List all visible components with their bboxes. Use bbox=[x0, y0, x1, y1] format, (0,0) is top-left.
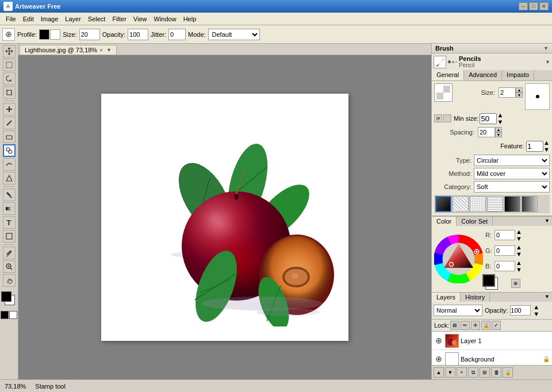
menu-filter[interactable]: Filter bbox=[109, 14, 129, 24]
texture-4[interactable] bbox=[487, 196, 503, 212]
opacity-input[interactable]: 100 bbox=[128, 29, 148, 40]
opacity-up[interactable]: ▲ bbox=[533, 303, 539, 310]
minimize-button[interactable]: ─ bbox=[519, 2, 528, 10]
jitter-input[interactable]: 0 bbox=[168, 29, 186, 40]
tool-vector[interactable] bbox=[3, 230, 16, 243]
b-down[interactable]: ▼ bbox=[516, 266, 522, 273]
tool-smudge[interactable] bbox=[3, 158, 16, 171]
category-select[interactable]: Soft bbox=[474, 181, 550, 193]
texture-6[interactable] bbox=[522, 196, 538, 212]
tool-clone[interactable] bbox=[3, 144, 16, 157]
color-tab-color[interactable]: Color bbox=[432, 217, 457, 226]
min-size-down[interactable]: ▼ bbox=[497, 118, 503, 125]
type-select[interactable]: Circular bbox=[474, 155, 550, 166]
brush-tab-general[interactable]: General bbox=[432, 70, 464, 80]
brush-lock-icon[interactable]: ⟳ bbox=[434, 114, 442, 122]
layer-item-bg[interactable]: Background 🔒 bbox=[432, 350, 552, 365]
menu-edit[interactable]: Edit bbox=[20, 14, 37, 24]
g-up[interactable]: ▲ bbox=[516, 244, 522, 251]
layer-lock-btn[interactable]: 🔒 bbox=[503, 367, 513, 378]
tool-lasso[interactable] bbox=[3, 72, 16, 85]
doc-tab[interactable]: Lighthouse.jpg @ 73,18% × ▼ bbox=[20, 45, 117, 55]
method-select[interactable]: Mild cover bbox=[474, 168, 550, 179]
maximize-button[interactable]: □ bbox=[529, 2, 538, 10]
mode-select[interactable]: Default bbox=[208, 29, 260, 40]
tool-heal[interactable] bbox=[3, 103, 16, 116]
brush-panel-expand[interactable]: ▼ bbox=[543, 45, 549, 51]
feature-down[interactable]: ▼ bbox=[543, 146, 550, 153]
size-down[interactable]: ▼ bbox=[516, 93, 523, 98]
color-panel-expand[interactable]: ▼ bbox=[542, 217, 552, 226]
size-input[interactable]: 20 bbox=[79, 29, 100, 40]
spacing-down[interactable]: ▼ bbox=[495, 132, 502, 137]
r-up[interactable]: ▲ bbox=[516, 228, 522, 235]
lock-check[interactable]: ✓ bbox=[492, 321, 501, 330]
profile-btn-2[interactable] bbox=[50, 29, 60, 40]
color-wheel-area[interactable] bbox=[434, 235, 483, 283]
canvas-scroll[interactable] bbox=[18, 55, 431, 379]
color-tab-colorset[interactable]: Color Set bbox=[457, 217, 493, 226]
texture-5[interactable] bbox=[504, 196, 520, 212]
layer-duplicate[interactable]: ⧉ bbox=[468, 367, 478, 378]
b-up[interactable]: ▲ bbox=[516, 259, 522, 266]
g-down[interactable]: ▼ bbox=[516, 251, 522, 258]
menu-help[interactable]: Help bbox=[180, 14, 200, 24]
brush-dropdown-icon[interactable]: ▼ bbox=[545, 59, 550, 65]
texture-1[interactable] bbox=[435, 196, 451, 212]
r-input[interactable]: 0 bbox=[494, 230, 515, 240]
layer-move-down[interactable]: ▼ bbox=[445, 367, 455, 378]
quick-white[interactable] bbox=[9, 311, 17, 319]
spacing-input[interactable]: 20 bbox=[478, 127, 495, 137]
min-size-input[interactable]: 50 bbox=[480, 113, 497, 124]
quick-black[interactable] bbox=[1, 311, 9, 319]
layer-group[interactable]: ⊞ bbox=[480, 367, 490, 378]
tool-brush[interactable] bbox=[3, 117, 16, 129]
layer-bg-visibility[interactable] bbox=[434, 355, 443, 364]
menu-window[interactable]: Window bbox=[151, 14, 180, 24]
brush-color-selector[interactable] bbox=[434, 83, 453, 102]
size-up[interactable]: ▲ bbox=[516, 87, 523, 93]
menu-layer[interactable]: Layer bbox=[62, 14, 85, 24]
profile-btn-1[interactable] bbox=[39, 29, 49, 40]
layer-move-up[interactable]: ▲ bbox=[434, 367, 444, 378]
tool-sharpen[interactable] bbox=[3, 172, 16, 185]
tool-gradient[interactable] bbox=[3, 202, 16, 215]
r-down[interactable]: ▼ bbox=[516, 235, 522, 242]
g-input[interactable]: 0 bbox=[494, 245, 515, 256]
layer-delete[interactable]: 🗑 bbox=[491, 367, 501, 378]
texture-3[interactable] bbox=[470, 196, 486, 212]
lock-transparency[interactable]: ⊠ bbox=[450, 321, 459, 330]
close-button[interactable]: ✕ bbox=[539, 2, 549, 10]
brush-tab-advanced[interactable]: Advanced bbox=[464, 70, 502, 80]
fg-swatch[interactable] bbox=[482, 274, 495, 287]
doc-tab-close[interactable]: × bbox=[99, 47, 103, 53]
spacing-up[interactable]: ▲ bbox=[495, 127, 502, 132]
b-input[interactable]: 0 bbox=[494, 261, 515, 271]
menu-image[interactable]: Image bbox=[37, 14, 62, 24]
lock-move[interactable]: ✛ bbox=[471, 321, 480, 330]
tool-hand[interactable] bbox=[3, 274, 16, 287]
layer-opacity-input[interactable]: 100 bbox=[510, 305, 531, 316]
tool-crop[interactable] bbox=[3, 86, 16, 99]
layer-add[interactable]: + bbox=[457, 367, 467, 378]
blend-mode-select[interactable]: Normal bbox=[434, 305, 482, 316]
layer-1-visibility[interactable] bbox=[434, 336, 443, 345]
layer-item-1[interactable]: Layer 1 bbox=[432, 332, 552, 350]
opacity-down[interactable]: ▼ bbox=[533, 310, 539, 317]
menu-view[interactable]: View bbox=[130, 14, 151, 24]
brush-tab-impasto[interactable]: Impasto bbox=[502, 70, 534, 80]
lock-paint[interactable]: ✏ bbox=[461, 321, 470, 330]
tool-eraser[interactable] bbox=[3, 130, 16, 143]
foreground-color[interactable] bbox=[1, 291, 12, 302]
tool-zoom[interactable] bbox=[3, 260, 16, 273]
brush-min-icon[interactable] bbox=[443, 114, 451, 122]
layers-tab-history[interactable]: History bbox=[461, 293, 490, 302]
tool-marquee[interactable] bbox=[3, 59, 16, 71]
tool-color-picker[interactable] bbox=[3, 247, 16, 259]
menu-file[interactable]: File bbox=[2, 14, 20, 24]
tool-move[interactable] bbox=[3, 45, 16, 57]
lock-all[interactable]: 🔒 bbox=[481, 321, 490, 330]
tool-fill[interactable] bbox=[3, 189, 16, 201]
layers-tab-layers[interactable]: Layers bbox=[432, 293, 461, 302]
feature-input[interactable]: 1 bbox=[526, 141, 543, 152]
